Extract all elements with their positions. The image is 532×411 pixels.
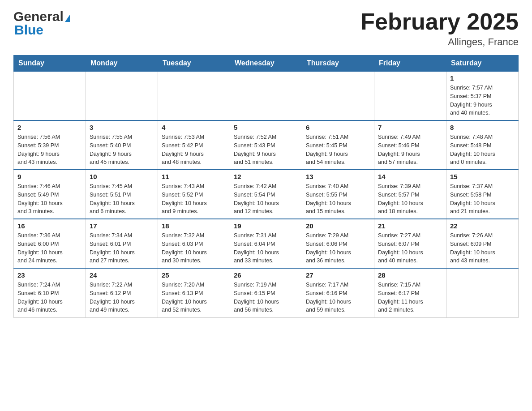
calendar-day-cell: 3Sunrise: 7:55 AM Sunset: 5:40 PM Daylig…	[86, 120, 158, 170]
day-number: 12	[234, 173, 298, 180]
calendar-body: 1Sunrise: 7:57 AM Sunset: 5:37 PM Daylig…	[14, 71, 519, 317]
day-number: 20	[306, 222, 370, 230]
day-number: 18	[162, 222, 226, 230]
day-info: Sunrise: 7:32 AM Sunset: 6:03 PM Dayligh…	[162, 231, 226, 265]
calendar-day-cell	[230, 71, 302, 120]
day-number: 16	[17, 222, 82, 230]
day-info: Sunrise: 7:46 AM Sunset: 5:49 PM Dayligh…	[17, 182, 82, 216]
day-info: Sunrise: 7:49 AM Sunset: 5:46 PM Dayligh…	[378, 133, 442, 167]
logo-triangle-icon	[65, 15, 70, 22]
day-info: Sunrise: 7:22 AM Sunset: 6:12 PM Dayligh…	[90, 281, 154, 314]
day-number: 27	[306, 271, 370, 279]
day-info: Sunrise: 7:48 AM Sunset: 5:48 PM Dayligh…	[450, 133, 515, 167]
calendar-day-cell: 10Sunrise: 7:45 AM Sunset: 5:51 PM Dayli…	[86, 170, 158, 219]
calendar-day-cell	[374, 71, 446, 120]
day-number: 17	[90, 222, 154, 230]
day-info: Sunrise: 7:24 AM Sunset: 6:10 PM Dayligh…	[17, 281, 82, 314]
day-info: Sunrise: 7:17 AM Sunset: 6:16 PM Dayligh…	[306, 281, 370, 314]
day-number: 10	[90, 173, 154, 180]
day-number: 28	[378, 271, 442, 279]
day-number: 21	[378, 222, 442, 230]
day-info: Sunrise: 7:55 AM Sunset: 5:40 PM Dayligh…	[90, 133, 154, 167]
day-info: Sunrise: 7:57 AM Sunset: 5:37 PM Dayligh…	[450, 84, 515, 117]
day-info: Sunrise: 7:27 AM Sunset: 6:07 PM Dayligh…	[378, 231, 442, 265]
calendar-day-cell: 28Sunrise: 7:15 AM Sunset: 6:17 PM Dayli…	[374, 268, 446, 317]
calendar-day-cell: 1Sunrise: 7:57 AM Sunset: 5:37 PM Daylig…	[446, 71, 519, 120]
logo-general-text: General	[13, 9, 64, 24]
calendar-week-row: 16Sunrise: 7:36 AM Sunset: 6:00 PM Dayli…	[14, 219, 519, 268]
day-number: 4	[162, 124, 226, 131]
day-number: 2	[17, 124, 82, 131]
calendar-day-cell	[158, 71, 230, 120]
calendar-day-cell: 5Sunrise: 7:52 AM Sunset: 5:43 PM Daylig…	[230, 120, 302, 170]
calendar-day-cell: 27Sunrise: 7:17 AM Sunset: 6:16 PM Dayli…	[302, 268, 374, 317]
header-wednesday: Wednesday	[230, 56, 302, 72]
day-number: 23	[17, 271, 82, 279]
calendar-week-row: 23Sunrise: 7:24 AM Sunset: 6:10 PM Dayli…	[14, 268, 519, 317]
day-number: 8	[450, 124, 515, 131]
header-row: Sunday Monday Tuesday Wednesday Thursday…	[14, 56, 519, 72]
calendar-day-cell	[302, 71, 374, 120]
day-info: Sunrise: 7:37 AM Sunset: 5:58 PM Dayligh…	[450, 182, 515, 216]
day-number: 25	[162, 271, 226, 279]
day-info: Sunrise: 7:26 AM Sunset: 6:09 PM Dayligh…	[450, 231, 515, 265]
calendar-day-cell: 21Sunrise: 7:27 AM Sunset: 6:07 PM Dayli…	[374, 219, 446, 268]
day-info: Sunrise: 7:19 AM Sunset: 6:15 PM Dayligh…	[234, 281, 298, 314]
day-number: 13	[306, 173, 370, 180]
day-number: 6	[306, 124, 370, 131]
day-info: Sunrise: 7:53 AM Sunset: 5:42 PM Dayligh…	[162, 133, 226, 167]
calendar-day-cell: 17Sunrise: 7:34 AM Sunset: 6:01 PM Dayli…	[86, 219, 158, 268]
header-friday: Friday	[374, 56, 446, 72]
calendar-week-row: 1Sunrise: 7:57 AM Sunset: 5:37 PM Daylig…	[14, 71, 519, 120]
calendar-week-row: 2Sunrise: 7:56 AM Sunset: 5:39 PM Daylig…	[14, 120, 519, 170]
day-info: Sunrise: 7:31 AM Sunset: 6:04 PM Dayligh…	[234, 231, 298, 265]
calendar-day-cell	[14, 71, 86, 120]
calendar-week-row: 9Sunrise: 7:46 AM Sunset: 5:49 PM Daylig…	[14, 170, 519, 219]
calendar-day-cell: 16Sunrise: 7:36 AM Sunset: 6:00 PM Dayli…	[14, 219, 86, 268]
day-info: Sunrise: 7:43 AM Sunset: 5:52 PM Dayligh…	[162, 182, 226, 216]
day-number: 3	[90, 124, 154, 131]
calendar-day-cell: 6Sunrise: 7:51 AM Sunset: 5:45 PM Daylig…	[302, 120, 374, 170]
calendar-header: Sunday Monday Tuesday Wednesday Thursday…	[14, 56, 519, 72]
day-number: 26	[234, 271, 298, 279]
day-info: Sunrise: 7:15 AM Sunset: 6:17 PM Dayligh…	[378, 281, 442, 314]
calendar-day-cell: 25Sunrise: 7:20 AM Sunset: 6:13 PM Dayli…	[158, 268, 230, 317]
calendar-day-cell: 9Sunrise: 7:46 AM Sunset: 5:49 PM Daylig…	[14, 170, 86, 219]
calendar-day-cell: 18Sunrise: 7:32 AM Sunset: 6:03 PM Dayli…	[158, 219, 230, 268]
header-sunday: Sunday	[14, 56, 86, 72]
calendar-table: Sunday Monday Tuesday Wednesday Thursday…	[13, 55, 519, 318]
day-info: Sunrise: 7:20 AM Sunset: 6:13 PM Dayligh…	[162, 281, 226, 314]
header-tuesday: Tuesday	[158, 56, 230, 72]
calendar-title: February 2025	[360, 9, 519, 34]
day-number: 5	[234, 124, 298, 131]
logo-blue-text: Blue	[13, 22, 43, 38]
calendar-day-cell: 19Sunrise: 7:31 AM Sunset: 6:04 PM Dayli…	[230, 219, 302, 268]
day-info: Sunrise: 7:39 AM Sunset: 5:57 PM Dayligh…	[378, 182, 442, 216]
title-block: February 2025 Allinges, France	[360, 9, 519, 48]
calendar-day-cell: 8Sunrise: 7:48 AM Sunset: 5:48 PM Daylig…	[446, 120, 519, 170]
day-number: 24	[90, 271, 154, 279]
calendar-day-cell: 4Sunrise: 7:53 AM Sunset: 5:42 PM Daylig…	[158, 120, 230, 170]
day-number: 11	[162, 173, 226, 180]
logo: General Blue	[13, 9, 70, 38]
day-info: Sunrise: 7:51 AM Sunset: 5:45 PM Dayligh…	[306, 133, 370, 167]
day-info: Sunrise: 7:45 AM Sunset: 5:51 PM Dayligh…	[90, 182, 154, 216]
page-header: General Blue February 2025 Allinges, Fra…	[13, 9, 519, 48]
calendar-day-cell: 2Sunrise: 7:56 AM Sunset: 5:39 PM Daylig…	[14, 120, 86, 170]
day-info: Sunrise: 7:42 AM Sunset: 5:54 PM Dayligh…	[234, 182, 298, 216]
day-number: 9	[17, 173, 82, 180]
day-info: Sunrise: 7:29 AM Sunset: 6:06 PM Dayligh…	[306, 231, 370, 265]
day-number: 14	[378, 173, 442, 180]
calendar-day-cell: 24Sunrise: 7:22 AM Sunset: 6:12 PM Dayli…	[86, 268, 158, 317]
day-info: Sunrise: 7:56 AM Sunset: 5:39 PM Dayligh…	[17, 133, 82, 167]
calendar-day-cell: 12Sunrise: 7:42 AM Sunset: 5:54 PM Dayli…	[230, 170, 302, 219]
calendar-day-cell: 15Sunrise: 7:37 AM Sunset: 5:58 PM Dayli…	[446, 170, 519, 219]
calendar-day-cell: 20Sunrise: 7:29 AM Sunset: 6:06 PM Dayli…	[302, 219, 374, 268]
day-info: Sunrise: 7:40 AM Sunset: 5:55 PM Dayligh…	[306, 182, 370, 216]
calendar-day-cell	[86, 71, 158, 120]
day-number: 19	[234, 222, 298, 230]
calendar-day-cell: 13Sunrise: 7:40 AM Sunset: 5:55 PM Dayli…	[302, 170, 374, 219]
day-info: Sunrise: 7:52 AM Sunset: 5:43 PM Dayligh…	[234, 133, 298, 167]
header-saturday: Saturday	[446, 56, 519, 72]
calendar-day-cell: 22Sunrise: 7:26 AM Sunset: 6:09 PM Dayli…	[446, 219, 519, 268]
